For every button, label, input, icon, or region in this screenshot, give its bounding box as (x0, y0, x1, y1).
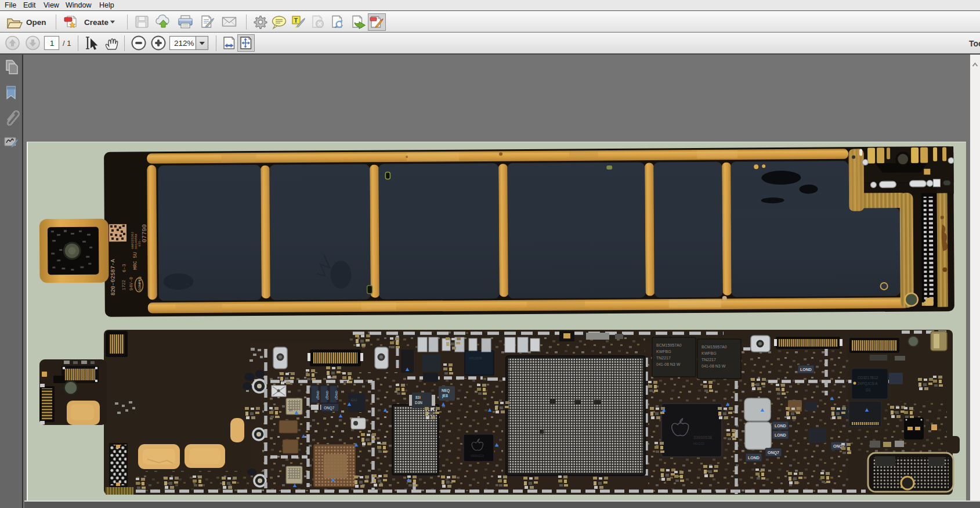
svg-text:339S0213: 339S0213 (471, 454, 484, 457)
svg-text:339S0538: 339S0538 (693, 435, 712, 439)
svg-text:820-02587-A: 820-02587-A (110, 259, 116, 296)
svg-text:ONQ7: ONQ7 (335, 391, 338, 400)
svg-text:KWFBG: KWFBG (701, 351, 717, 355)
svg-text:ONQ7: ONQ7 (316, 391, 320, 400)
svg-text:EAJ: EAJ (351, 398, 357, 402)
svg-text:COMPEQ: COMPEQ (138, 276, 141, 291)
svg-text:1: 1 (50, 39, 54, 48)
svg-text:APL0698: APL0698 (469, 356, 482, 360)
svg-text:212%: 212% (174, 39, 194, 48)
svg-text:1722: 1722 (122, 280, 126, 290)
svg-text:631-: 631- (138, 239, 142, 247)
svg-text:/ 1: / 1 (63, 39, 71, 48)
svg-text:ONQ7: ONQ7 (326, 391, 329, 400)
svg-text:CD3217B12: CD3217B12 (858, 376, 878, 380)
svg-text:Tools: Tools (969, 39, 980, 48)
svg-text:ONQ7: ONQ7 (324, 406, 335, 410)
svg-text:94V-0: 94V-0 (128, 277, 133, 291)
svg-text:041-08 N3 W: 041-08 N3 W (656, 362, 681, 366)
svg-text:BCM15957A0: BCM15957A0 (701, 345, 727, 349)
svg-text:T: T (294, 17, 298, 24)
svg-text:2339W: 2339W (348, 459, 352, 473)
svg-text:07790: 07790 (141, 224, 148, 243)
svg-text:041-08 N3 W: 041-08 N3 W (701, 364, 726, 368)
svg-text:jE8: jE8 (442, 394, 448, 398)
svg-text:TN2217: TN2217 (656, 356, 671, 360)
svg-text:LOND: LOND (775, 424, 786, 428)
svg-text:NEQ: NEQ (442, 388, 450, 393)
svg-text:83i: 83i (415, 395, 421, 399)
svg-text:6-3: 6-3 (121, 264, 126, 272)
svg-text:IPI: IPI (289, 409, 292, 412)
svg-text:LOND: LOND (748, 456, 760, 460)
svg-text:LOND: LOND (800, 368, 812, 372)
svg-text:ONQ7: ONQ7 (768, 451, 779, 455)
svg-text:Create: Create (84, 18, 109, 27)
svg-text:KWFBG: KWFBG (656, 350, 671, 354)
svg-text:MRC 5U: MRC 5U (132, 252, 138, 270)
svg-text:H1Q32: H1Q32 (693, 442, 705, 445)
svg-text:TN2217: TN2217 (701, 358, 716, 362)
svg-text:24PQJCS A: 24PQJCS A (858, 381, 878, 386)
svg-text:BCM15957A0: BCM15957A0 (656, 343, 682, 347)
svg-text:D3N: D3N (415, 401, 422, 405)
svg-text:G1: G1 (866, 388, 871, 392)
svg-text:LOND: LOND (775, 433, 786, 437)
svg-text:Open: Open (26, 18, 46, 27)
